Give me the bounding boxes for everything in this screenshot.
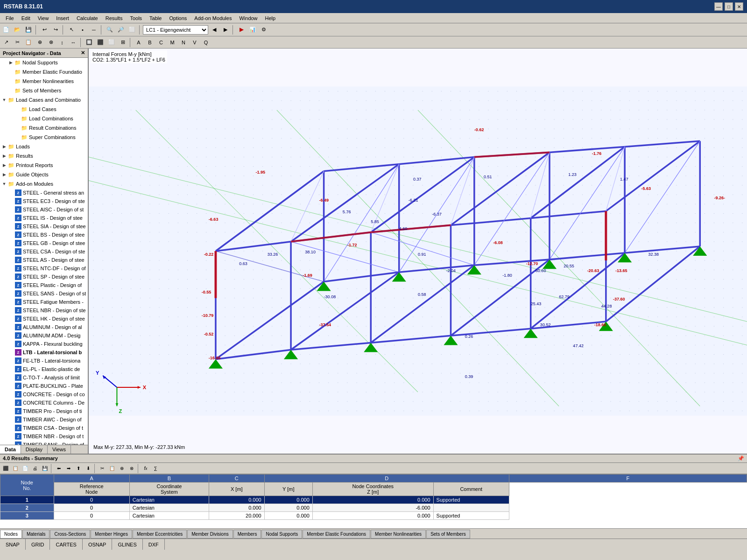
menu-item-calculate[interactable]: Calculate xyxy=(73,14,102,22)
tool-btn-2[interactable]: ✂ xyxy=(12,37,22,48)
new-button[interactable]: 📄 xyxy=(1,25,11,35)
res-btn-11[interactable]: 📋 xyxy=(107,464,117,473)
nav-item-load-cases-comb[interactable]: ▼📁Load Cases and Combinatio xyxy=(0,95,88,105)
status-osnap[interactable]: OSNAP xyxy=(83,539,113,550)
redo-button[interactable]: ↪ xyxy=(50,25,61,35)
res-btn-8[interactable]: ⬆ xyxy=(74,464,83,473)
menu-item-add-on modules[interactable]: Add-on Modules xyxy=(190,14,235,22)
nav-item-super-combinations[interactable]: 📁Super Combinations xyxy=(0,133,88,142)
tool-btn-17[interactable]: V xyxy=(190,37,200,48)
res-btn-fx[interactable]: fx xyxy=(141,464,150,473)
tool-btn-3[interactable]: 📋 xyxy=(23,37,34,48)
data-tab-sets-of-members[interactable]: Sets of Members xyxy=(426,530,470,539)
nav-item-steel-hk[interactable]: ZSTEEL HK - Design of stee xyxy=(0,315,88,323)
tool-btn-7[interactable]: ↔ xyxy=(68,37,78,48)
next-lc-button[interactable]: ▶ xyxy=(220,25,231,35)
tool-btn-13[interactable]: B xyxy=(145,37,155,48)
data-tab-members[interactable]: Members xyxy=(233,530,261,539)
res-btn-9[interactable]: ⬇ xyxy=(84,464,93,473)
nav-item-printout-reports[interactable]: ▶📁Printout Reports xyxy=(0,161,88,170)
nav-item-steel-sans[interactable]: ZSTEEL SANS - Design of st xyxy=(0,289,88,298)
data-tab-nodal-supports[interactable]: Nodal Supports xyxy=(261,530,302,539)
menu-item-options[interactable]: Options xyxy=(165,14,190,22)
tool-btn-6[interactable]: ↕ xyxy=(57,37,67,48)
close-button[interactable]: ✕ xyxy=(735,2,743,11)
menu-item-view[interactable]: View xyxy=(34,14,53,22)
res-btn-7[interactable]: ➡ xyxy=(64,464,73,473)
nav-item-result-combinations[interactable]: 📁Result Combinations xyxy=(0,123,88,133)
nav-item-sets-members[interactable]: 📁Sets of Members xyxy=(0,86,88,95)
nav-item-nodal-supports[interactable]: ▶📁Nodal Supports xyxy=(0,58,88,67)
viewport[interactable]: Internal Forces M-y [kNm] CO2: 1.35*LF1 … xyxy=(89,49,747,454)
save-button[interactable]: 💾 xyxy=(23,25,34,35)
nav-item-aluminum[interactable]: ZALUMINUM - Design of al xyxy=(0,323,88,331)
nav-item-steel-as[interactable]: ZSTEEL AS - Design of stee xyxy=(0,256,88,264)
nav-item-steel-sia[interactable]: ZSTEEL SIA - Design of stee xyxy=(0,222,88,231)
tool-btn-12[interactable]: A xyxy=(134,37,144,48)
status-dxf[interactable]: DXF xyxy=(143,539,165,550)
nav-tab-data[interactable]: Data xyxy=(0,445,21,454)
nav-item-timber-sans[interactable]: ZTIMBER SANS - Design of xyxy=(0,441,88,445)
nav-tab-views[interactable]: Views xyxy=(48,445,71,454)
undo-button[interactable]: ↩ xyxy=(39,25,49,35)
zoom-fit-button[interactable]: ⬜ xyxy=(127,25,137,35)
nav-item-steel-gb[interactable]: ZSTEEL GB - Design of stee xyxy=(0,239,88,247)
tool-btn-16[interactable]: N xyxy=(178,37,189,48)
data-tab-member-divisions[interactable]: Member Divisions xyxy=(187,530,233,539)
nav-item-steel-csa[interactable]: ZSTEEL CSA - Design of ste xyxy=(0,247,88,256)
nav-item-kappa[interactable]: ZKAPPA - Flexural buckling xyxy=(0,340,88,348)
data-tab-materials[interactable]: Materials xyxy=(22,530,50,539)
maximize-button[interactable]: □ xyxy=(725,2,733,11)
status-glines[interactable]: GLINES xyxy=(112,539,142,550)
nav-item-aluminum-adm[interactable]: ZALUMINUM ADM - Desig xyxy=(0,331,88,340)
nav-item-fe-ltb[interactable]: ZFE-LTB - Lateral-torsiona xyxy=(0,357,88,365)
status-cartes[interactable]: CARTES xyxy=(50,539,82,550)
nav-item-steel-ntcdf[interactable]: ZSTEEL NTC-DF - Design of xyxy=(0,264,88,273)
nav-item-steel-nbr[interactable]: ZSTEEL NBR - Design of ste xyxy=(0,306,88,315)
run-button[interactable]: ▶ xyxy=(236,25,247,35)
nav-item-concrete[interactable]: ZCONCRETE - Design of co xyxy=(0,390,88,399)
res-btn-12[interactable]: ⊕ xyxy=(117,464,127,473)
minimize-button[interactable]: — xyxy=(714,2,723,11)
data-tab-cross-sections[interactable]: Cross-Sections xyxy=(50,530,90,539)
menu-item-file[interactable]: File xyxy=(2,14,18,22)
nav-item-member-elastic[interactable]: 📁Member Elastic Foundatio xyxy=(0,67,88,77)
open-button[interactable]: 📂 xyxy=(12,25,22,35)
load-case-combo[interactable]: LC1 - Eigengewicht xyxy=(143,25,208,35)
nav-item-steel-ec3[interactable]: ZSTEEL EC3 - Design of ste xyxy=(0,197,88,205)
table-row[interactable]: 2 0 Cartesian 0.000 0.000 -6.000 xyxy=(0,504,747,512)
table-row[interactable]: 3 0 Cartesian 20.000 0.000 0.000 Support… xyxy=(0,512,747,520)
nav-item-el-pl[interactable]: ZEL-PL - Elastic-plastic de xyxy=(0,365,88,373)
nav-item-timber-awc[interactable]: ZTIMBER AWC - Design of xyxy=(0,415,88,424)
status-snap[interactable]: SNAP xyxy=(0,539,26,550)
tool-btn-10[interactable]: ⬜ xyxy=(106,37,117,48)
tool-btn-4[interactable]: ⊕ xyxy=(35,37,45,48)
nav-item-steel-aisc[interactable]: ZSTEEL AISC - Design of st xyxy=(0,205,88,214)
data-tab-member-nonlinearities[interactable]: Member Nonlinearities xyxy=(371,530,426,539)
tool-btn-5[interactable]: ⊗ xyxy=(46,37,56,48)
nav-tab-display[interactable]: Display xyxy=(21,445,48,454)
res-btn-6[interactable]: ⬅ xyxy=(54,464,63,473)
table-row[interactable]: 1 0 Cartesian 0.000 0.000 0.000 Supporte… xyxy=(0,496,747,504)
menu-item-tools[interactable]: Tools xyxy=(126,14,146,22)
nav-item-c-to-t[interactable]: ZC-TO-T - Analysis of limit xyxy=(0,373,88,382)
res-btn-1[interactable]: ⬛ xyxy=(1,464,10,473)
nav-close-icon[interactable]: ✕ xyxy=(81,50,85,56)
menu-item-help[interactable]: Help xyxy=(261,14,280,22)
tool-btn-18[interactable]: Q xyxy=(201,37,211,48)
res-btn-13[interactable]: ⊗ xyxy=(127,464,136,473)
res-btn-4[interactable]: 🖨 xyxy=(30,464,40,473)
node-button[interactable]: • xyxy=(78,25,88,35)
nav-item-steel-general[interactable]: ZSTEEL - General stress an xyxy=(0,189,88,197)
nav-item-steel-sp[interactable]: ZSTEEL SP - Design of stee xyxy=(0,273,88,281)
data-tab-member-elastic-foundations[interactable]: Member Elastic Foundations xyxy=(303,530,370,539)
nav-item-guide-objects[interactable]: ▶📁Guide Objects xyxy=(0,170,88,179)
member-button[interactable]: ─ xyxy=(89,25,99,35)
menu-item-edit[interactable]: Edit xyxy=(18,14,34,22)
nav-item-timber-nbr[interactable]: ZTIMBER NBR - Design of t xyxy=(0,432,88,441)
nav-item-steel-bs[interactable]: ZSTEEL BS - Design of stee xyxy=(0,231,88,239)
nav-item-steel-fatigue[interactable]: ZSTEEL Fatigue Members - xyxy=(0,298,88,306)
zoom-in-button[interactable]: 🔍 xyxy=(105,25,115,35)
res-btn-10[interactable]: ✂ xyxy=(98,464,107,473)
zoom-out-button[interactable]: 🔎 xyxy=(116,25,126,35)
